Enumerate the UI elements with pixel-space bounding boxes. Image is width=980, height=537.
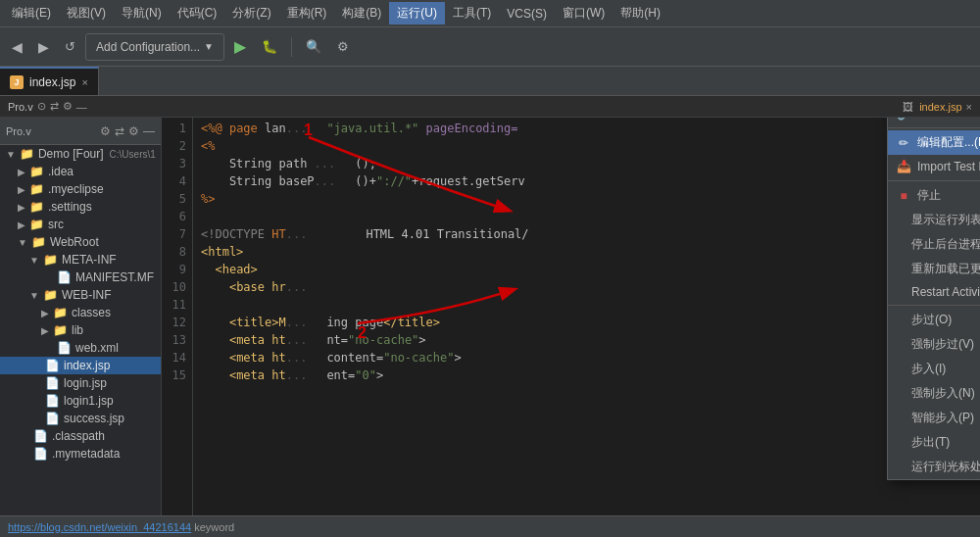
tab-close-button[interactable]: × — [81, 76, 87, 88]
tree-item-loginjsp[interactable]: 📄 login.jsp — [0, 374, 161, 392]
menu-show-run-list-label: 显示运行列表 — [911, 212, 980, 228]
menu-force-step-over[interactable]: 强制步过(V) Alt+Shift+F8 — [888, 332, 980, 357]
tab-index-jsp[interactable]: J index.jsp × — [0, 67, 99, 95]
menu-stop[interactable]: ■ 停止 Ctrl+F2 — [888, 183, 980, 208]
settings-button[interactable]: ⚙ — [331, 35, 355, 58]
menu-window[interactable]: 窗口(W) — [555, 2, 612, 24]
sidebar-icon-gear[interactable]: ⚙ — [100, 124, 111, 138]
tree-item-classpath[interactable]: 📄 .classpath — [0, 427, 161, 445]
stop-icon: ■ — [896, 188, 911, 204]
file-icon-mymetadata: 📄 — [33, 447, 48, 461]
menu-attach-label: Attach to Process... — [917, 118, 980, 121]
tree-item-demo[interactable]: ▼ 📁 Demo [Four] C:\Users\1 — [0, 145, 161, 163]
tree-item-successjsp[interactable]: 📄 success.jsp — [0, 410, 161, 427]
menu-restart-activity[interactable]: Restart Activity — [888, 281, 980, 303]
menu-smart-step-into-label: 智能步入(P) — [911, 410, 974, 426]
sidebar: Pro.v ⚙ ⇄ ⚙ — ▼ 📁 Demo [Four] C:\Users\1 — [0, 118, 162, 537]
sidebar-icon-gear2[interactable]: ⚙ — [128, 124, 139, 138]
menu-restart-activity-label: Restart Activity — [911, 285, 980, 299]
tree-item-webinf[interactable]: ▼ 📁 WEB-INF — [0, 286, 161, 304]
menu-navigate[interactable]: 导航(N) — [114, 2, 170, 24]
tree-item-lib[interactable]: ▶ 📁 lib — [0, 321, 161, 339]
file-tree: ▼ 📁 Demo [Four] C:\Users\1 ▶ 📁 .idea ▶ 📁… — [0, 145, 161, 537]
menu-reload-changed[interactable]: 重新加载已更改的类(A) — [888, 257, 980, 281]
tree-label-indexjsp: index.jsp — [64, 359, 110, 372]
menu-attach[interactable]: 🔗 Attach to Process... Ctrl+Alt+F5 — [888, 118, 980, 125]
menu-step-out[interactable]: 步出(T) Shift+F8 — [888, 430, 980, 455]
code-line-1: <%@ page lan ... "java.util.*" pageEncod… — [201, 120, 972, 137]
add-configuration-button[interactable]: Add Configuration... ▼ — [85, 33, 224, 61]
add-config-label: Add Configuration... — [96, 40, 200, 54]
menu-step-over-label: 步过(O) — [911, 312, 952, 328]
tree-item-myeclipse[interactable]: ▶ 📁 .myeclipse — [0, 180, 161, 198]
menu-stop-bg[interactable]: 停止后台进程... Ctrl+Shift+F2 — [888, 232, 980, 257]
menu-stop-bg-label: 停止后台进程... — [911, 236, 980, 253]
arrow-idea: ▶ — [18, 167, 25, 177]
tree-item-src[interactable]: ▶ 📁 src — [0, 216, 161, 233]
refresh-button[interactable]: ↺ — [59, 35, 81, 58]
toolbar: ◀ ▶ ↺ Add Configuration... ▼ ▶ 🐛 🔍 ⚙ — [0, 27, 980, 67]
tree-item-mymetadata[interactable]: 📄 .mymetadata — [0, 445, 161, 463]
sidebar-icon-minus[interactable]: — — [143, 124, 155, 138]
menu-build[interactable]: 构建(B) — [334, 2, 389, 24]
tree-item-metainf[interactable]: ▼ 📁 META-INF — [0, 251, 161, 268]
tree-item-indexjsp[interactable]: 📄 index.jsp — [0, 357, 161, 374]
back-button[interactable]: ◀ — [6, 35, 28, 59]
search-button[interactable]: 🔍 — [300, 35, 327, 58]
menu-run-to-cursor-label: 运行到光标处(C) — [911, 459, 980, 475]
menu-tools[interactable]: 工具(T) — [445, 2, 499, 24]
code-line-3: String path ... (); — [201, 155, 972, 172]
menu-step-into[interactable]: 步入(I) F7 — [888, 357, 980, 381]
file-icon-manifest: 📄 — [57, 270, 72, 284]
folder-icon-webroot: 📁 — [31, 235, 46, 249]
code-content[interactable]: <%@ page lan ... "java.util.*" pageEncod… — [193, 118, 980, 537]
status-url[interactable]: https://blog.csdn.net/weixin_44216144 — [8, 521, 191, 533]
menu-refactor[interactable]: 重构(R) — [279, 2, 335, 24]
menu-smart-step-into[interactable]: 智能步入(P) Shift+F7 — [888, 406, 980, 430]
breadcrumb-sync[interactable]: ⇄ — [50, 100, 59, 113]
sidebar-icon-sync[interactable]: ⇄ — [115, 124, 124, 138]
tree-label-lib: lib — [72, 323, 83, 337]
tab-icon: J — [10, 75, 24, 89]
menu-run-to-cursor[interactable]: 运行到光标处(C) Alt+F9 — [888, 455, 980, 479]
menubar: 编辑(E) 视图(V) 导航(N) 代码(C) 分析(Z) 重构(R) 构建(B… — [0, 0, 980, 27]
sep-2 — [888, 127, 980, 128]
tree-item-webroot[interactable]: ▼ 📁 WebRoot — [0, 233, 161, 251]
menu-help[interactable]: 帮助(H) — [612, 2, 668, 24]
menu-step-over[interactable]: 步过(O) F8 — [888, 308, 980, 332]
file-icon-loginjsp: 📄 — [45, 376, 60, 390]
run-button[interactable]: ▶ — [228, 33, 252, 60]
project-breadcrumb: Pro.v — [8, 101, 33, 113]
forward-button[interactable]: ▶ — [32, 35, 55, 59]
tree-item-login1jsp[interactable]: 📄 login1.jsp — [0, 392, 161, 410]
menu-force-step-over-label: 强制步过(V) — [911, 336, 974, 353]
tree-item-webxml[interactable]: 📄 web.xml — [0, 339, 161, 357]
status-keyword: keyword — [194, 521, 234, 533]
tree-item-idea[interactable]: ▶ 📁 .idea — [0, 163, 161, 180]
menu-view[interactable]: 视图(V) — [59, 2, 114, 24]
menu-run[interactable]: 运行(U) — [389, 2, 445, 24]
tab-indicator-close[interactable]: × — [966, 101, 972, 113]
breadcrumb-minus[interactable]: — — [76, 101, 87, 113]
menu-analyze[interactable]: 分析(Z) — [224, 2, 278, 24]
menu-import-test-label: Import Test Results — [917, 160, 980, 173]
context-menu: ▶ 运行(U) Shift+F10 🐛 调试(D) ⚡ Run with Cov… — [887, 118, 980, 480]
tree-item-manifest[interactable]: 📄 MANIFEST.MF — [0, 268, 161, 286]
menu-force-step-into[interactable]: 强制步入(N) Alt+Shift+F7 — [888, 381, 980, 406]
menu-edit-config[interactable]: ✏ 编辑配置...(R) — [888, 130, 980, 155]
menu-import-test[interactable]: 📥 Import Test Results ▶ — [888, 155, 980, 178]
tree-path-demo: C:\Users\1 — [110, 149, 156, 160]
menu-step-into-label: 步入(I) — [911, 361, 946, 377]
folder-icon-myeclipse: 📁 — [29, 182, 44, 196]
file-icon-classpath: 📄 — [33, 429, 48, 443]
edit-config-icon: ✏ — [896, 135, 911, 151]
menu-show-run-list[interactable]: 显示运行列表 — [888, 208, 980, 232]
tree-item-classes[interactable]: ▶ 📁 classes — [0, 304, 161, 321]
tree-item-settings[interactable]: ▶ 📁 .settings — [0, 198, 161, 216]
menu-vcs[interactable]: VCS(S) — [499, 4, 555, 24]
folder-icon-lib: 📁 — [53, 323, 68, 337]
arrow-classes: ▶ — [41, 308, 49, 318]
menu-edit[interactable]: 编辑(E) — [4, 2, 59, 24]
debug-button[interactable]: 🐛 — [256, 35, 283, 58]
menu-code[interactable]: 代码(C) — [170, 2, 225, 24]
